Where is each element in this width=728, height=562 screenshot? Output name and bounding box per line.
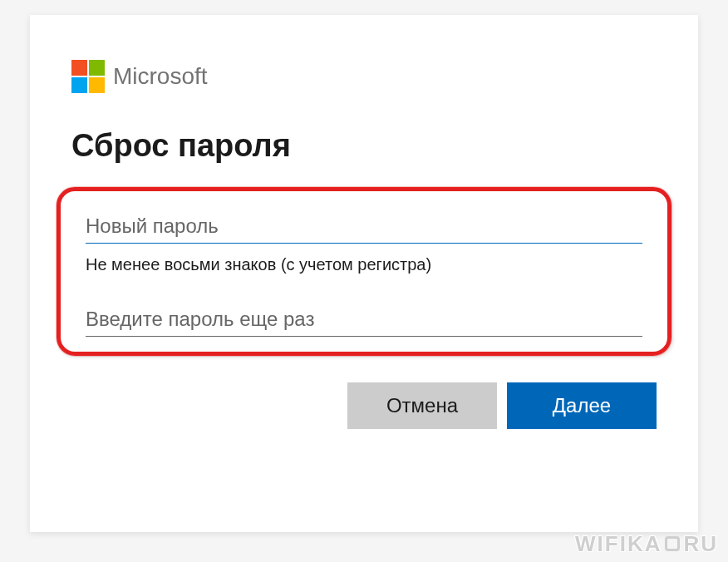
watermark-part1: WIFIKA (575, 531, 662, 556)
button-row: Отмена Далее (71, 382, 657, 429)
highlighted-form-area: Не менее восьми знаков (с учетом регистр… (57, 187, 671, 356)
page-title: Сброс пароля (71, 128, 657, 164)
next-button[interactable]: Далее (507, 382, 657, 429)
brand-name: Microsoft (113, 63, 208, 90)
watermark-part2: RU (683, 531, 718, 556)
dialog-card: Microsoft Сброс пароля Не менее восьми з… (30, 15, 698, 532)
password-hint: Не менее восьми знаков (с учетом регистр… (86, 255, 642, 274)
cancel-button[interactable]: Отмена (347, 382, 497, 429)
brand-row: Microsoft (71, 60, 657, 93)
watermark-dot-icon (665, 536, 680, 551)
microsoft-logo-icon (71, 60, 105, 93)
watermark: WIFIKARU (575, 531, 718, 557)
new-password-input[interactable] (86, 210, 642, 244)
confirm-password-input[interactable] (86, 303, 642, 337)
